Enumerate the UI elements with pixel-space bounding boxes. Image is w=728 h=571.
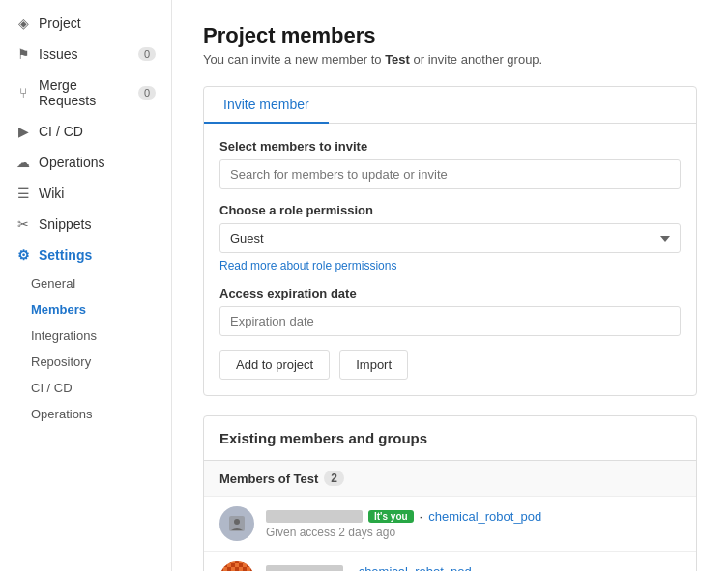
add-to-project-button[interactable]: Add to project [219, 350, 330, 380]
sidebar-label-ci: CI / CD [39, 124, 83, 139]
members-count-badge: 2 [324, 471, 344, 486]
member-name-blurred-1 [266, 510, 363, 523]
tab-invite-member[interactable]: Invite member [204, 87, 329, 124]
form-actions: Add to project Import [219, 350, 681, 380]
select-members-label: Select members to invite [219, 139, 681, 154]
snippets-icon: ✂ [15, 216, 31, 232]
page-title: Project members [203, 23, 697, 48]
sidebar-label-wiki: Wiki [39, 186, 64, 201]
invite-box: Invite member Select members to invite C… [203, 86, 697, 396]
sidebar-sub-integrations[interactable]: Integrations [0, 323, 171, 349]
member-row-2: · chemical_robot_pod Given access 2 days… [204, 552, 696, 571]
sidebar-label-settings: Settings [39, 247, 92, 263]
sidebar-item-wiki[interactable]: ☰ Wiki [0, 178, 171, 209]
subtitle: You can invite a new member to Test or i… [203, 52, 697, 67]
sidebar-item-ci-cd[interactable]: ▶ CI / CD [0, 116, 171, 147]
project-icon: ◈ [15, 15, 31, 31]
member1-access: Given access 2 days ago [266, 526, 681, 539]
invite-form: Select members to invite Choose a role p… [204, 124, 696, 395]
sub-label-integrations: Integrations [31, 328, 97, 343]
member-info-2: · chemical_robot_pod Given access 2 days… [266, 564, 681, 572]
ops-icon: ☁ [15, 155, 31, 170]
sidebar-label-snippets: Snippets [39, 216, 91, 232]
members-group-label: Members of Test [219, 471, 318, 486]
sidebar-sub-operations[interactable]: Operations [0, 401, 171, 427]
invite-tabs: Invite member [204, 87, 696, 124]
expiration-input[interactable] [219, 306, 681, 336]
sub-label-repository: Repository [31, 355, 91, 369]
existing-members-section: Existing members and groups Members of T… [203, 415, 697, 571]
sidebar-item-settings[interactable]: ⚙ Settings [0, 240, 171, 271]
merge-icon: ⑂ [15, 85, 31, 100]
member-name-row-2: · chemical_robot_pod [266, 564, 681, 572]
sidebar-sub-members[interactable]: Members [0, 297, 171, 323]
members-group-header: Members of Test 2 [204, 461, 696, 497]
sidebar-item-operations[interactable]: ☁ Operations [0, 147, 171, 178]
merge-badge: 0 [138, 86, 156, 100]
sidebar-label-issues: Issues [39, 46, 77, 62]
main-content: Project members You can invite a new mem… [172, 0, 728, 571]
sidebar-label-project: Project [39, 15, 81, 31]
sidebar-item-issues[interactable]: ⚑ Issues 0 [0, 39, 171, 70]
existing-members-title: Existing members and groups [204, 416, 696, 461]
search-members-input[interactable] [219, 159, 681, 189]
sidebar-item-snippets[interactable]: ✂ Snippets [0, 209, 171, 240]
choose-role-label: Choose a role permission [219, 203, 681, 217]
sidebar: ◈ Project ⚑ Issues 0 ⑂ Merge Requests 0 … [0, 0, 172, 571]
member1-link[interactable]: chemical_robot_pod [428, 509, 541, 524]
issues-badge: 0 [138, 47, 156, 61]
sub-label-operations: Operations [31, 407, 93, 421]
member-name-row-1: It's you · chemical_robot_pod [266, 509, 681, 524]
expiration-label: Access expiration date [219, 286, 681, 300]
member-avatar-2 [219, 561, 254, 571]
member-info-1: It's you · chemical_robot_pod Given acce… [266, 509, 681, 539]
member2-link[interactable]: chemical_robot_pod [359, 564, 472, 572]
sidebar-sub-repository[interactable]: Repository [0, 349, 171, 375]
ci-icon: ▶ [15, 124, 31, 139]
role-select[interactable]: Guest [219, 223, 681, 253]
sidebar-sub-ci-cd[interactable]: CI / CD [0, 375, 171, 401]
issues-icon: ⚑ [15, 46, 31, 62]
its-you-badge: It's you [368, 510, 414, 523]
sub-label-members: Members [31, 302, 86, 317]
read-more-link[interactable]: Read more about role permissions [219, 259, 681, 272]
svg-point-1 [234, 519, 240, 525]
sub-label-ci: CI / CD [31, 381, 73, 395]
import-button[interactable]: Import [339, 350, 408, 380]
member-avatar-1 [219, 506, 254, 541]
sidebar-label-merge: Merge Requests [39, 77, 131, 108]
member-row-1: It's you · chemical_robot_pod Given acce… [204, 497, 696, 552]
avatar-icon-1 [227, 514, 247, 533]
sidebar-sub-general[interactable]: General [0, 271, 171, 297]
settings-icon: ⚙ [15, 247, 31, 263]
sidebar-item-project[interactable]: ◈ Project [0, 8, 171, 39]
sidebar-item-merge-requests[interactable]: ⑂ Merge Requests 0 [0, 70, 171, 116]
wiki-icon: ☰ [15, 186, 31, 201]
sidebar-label-ops: Operations [39, 155, 104, 170]
sub-label-general: General [31, 276, 75, 291]
member-name-blurred-2 [266, 565, 343, 572]
